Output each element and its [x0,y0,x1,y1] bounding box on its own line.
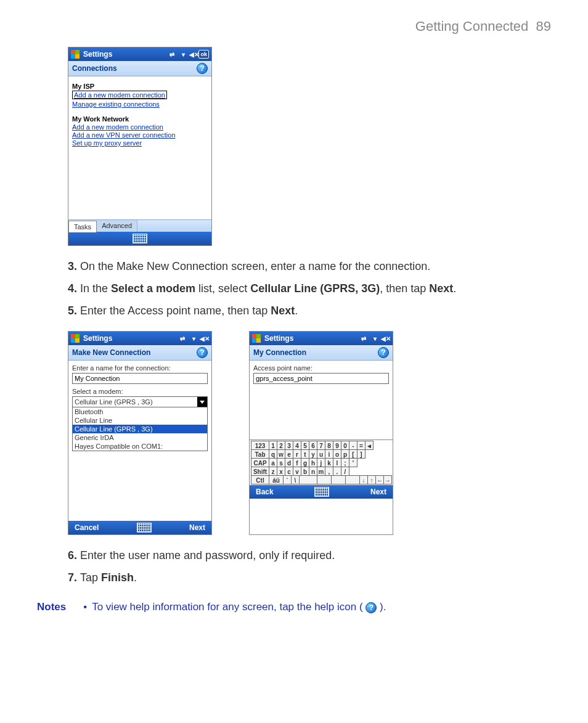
keyboard-key[interactable]: Ctl [251,475,269,484]
keyboard-key[interactable]: ` [283,475,292,484]
volume-icon[interactable]: ◀✕ [190,50,198,59]
tab-advanced[interactable]: Advanced [97,220,137,232]
keyboard-key[interactable]: k [325,458,333,467]
soft-keyboard[interactable]: 1231234567890-=◄Tabqwertyuiop[]CAPasdfgh… [250,439,393,485]
cancel-button[interactable]: Cancel [75,523,99,532]
signal-icon[interactable]: ▾ [179,50,187,59]
keyboard-key[interactable]: r [293,449,301,459]
keyboard-key[interactable]: - [349,441,357,450]
keyboard-key[interactable]: z [269,467,277,476]
keyboard-key[interactable]: s [277,458,285,467]
keyboard-key[interactable]: y [309,449,317,459]
keyboard-key[interactable]: o [333,449,341,459]
keyboard-key[interactable]: 1 [269,441,277,450]
connectivity-icon[interactable]: ⇄ [178,334,187,343]
keyboard-key[interactable]: 9 [333,441,341,450]
modem-option-selected[interactable]: Cellular Line (GPRS , 3G) [73,425,207,433]
keyboard-key[interactable]: Shift [251,467,269,476]
keyboard-key[interactable]: 123 [251,441,269,450]
keyboard-key[interactable]: 8 [325,441,333,450]
access-point-name-input[interactable] [253,373,389,384]
keyboard-key[interactable]: ] [357,449,365,459]
keyboard-key[interactable]: i [325,449,333,459]
keyboard-key[interactable]: p [341,449,349,459]
link-work-proxy[interactable]: Set up my proxy server [72,139,208,147]
sip-keyboard-icon[interactable] [314,487,329,497]
keyboard-key[interactable]: ← [375,475,384,484]
next-button[interactable]: Next [189,523,205,532]
volume-icon[interactable]: ◀✕ [200,334,209,343]
keyboard-key[interactable] [317,475,332,484]
keyboard-key[interactable]: e [285,449,293,459]
link-isp-manage[interactable]: Manage existing connections [72,100,208,108]
keyboard-key[interactable]: w [277,449,285,459]
keyboard-key[interactable]: ◄ [365,441,374,450]
keyboard-key[interactable]: q [269,449,277,459]
keyboard-key[interactable]: u [317,449,325,459]
keyboard-key[interactable]: 3 [285,441,293,450]
keyboard-key[interactable]: m [317,467,325,476]
ok-button[interactable]: ok [198,50,209,59]
keyboard-key[interactable]: 5 [301,441,309,450]
keyboard-key[interactable]: 7 [317,441,325,450]
help-icon[interactable]: ? [378,347,389,358]
keyboard-key[interactable]: g [301,458,309,467]
keyboard-key[interactable]: [ [349,449,357,459]
modem-combobox[interactable]: Cellular Line (GPRS , 3G) [72,396,208,407]
link-work-add-vpn[interactable]: Add a new VPN server connection [72,131,208,139]
link-work-add-modem[interactable]: Add a new modem connection [72,123,208,131]
connectivity-icon[interactable]: ⇄ [359,334,368,343]
keyboard-key[interactable]: → [383,475,392,484]
keyboard-key[interactable]: l [333,458,341,467]
keyboard-key[interactable]: CAP [251,458,269,467]
modem-option[interactable]: Generic IrDA [73,433,207,442]
keyboard-key[interactable]: c [285,467,293,476]
keyboard-key[interactable]: a [269,458,277,467]
sip-keyboard-icon[interactable] [133,234,147,243]
keyboard-key[interactable]: = [357,441,365,450]
modem-options-list[interactable]: Bluetooth Cellular Line Cellular Line (G… [72,407,208,451]
signal-icon[interactable]: ▾ [370,334,379,343]
keyboard-key[interactable]: v [293,467,301,476]
keyboard-key[interactable]: 4 [293,441,301,450]
keyboard-key[interactable]: 0 [341,441,349,450]
keyboard-key[interactable] [331,475,346,484]
keyboard-key[interactable]: ' [349,458,357,467]
help-icon[interactable]: ? [197,63,208,74]
connection-name-input[interactable] [72,373,208,384]
keyboard-key[interactable]: f [293,458,301,467]
tab-tasks[interactable]: Tasks [68,221,97,232]
chevron-down-icon[interactable] [197,397,207,407]
keyboard-key[interactable]: 6 [309,441,317,450]
volume-icon[interactable]: ◀✕ [382,334,390,343]
next-button[interactable]: Next [370,488,386,496]
keyboard-key[interactable]: 2 [277,441,285,450]
keyboard-key[interactable]: \ [291,475,300,484]
keyboard-key[interactable]: ; [341,458,349,467]
modem-option[interactable]: Hayes Compatible on COM1: [73,442,207,451]
keyboard-key[interactable]: áü [269,475,284,484]
keyboard-key[interactable]: x [277,467,285,476]
modem-option[interactable]: Bluetooth [73,407,207,416]
keyboard-key[interactable]: h [309,458,317,467]
keyboard-key[interactable]: t [301,449,309,459]
link-isp-add-modem[interactable]: Add a new modem connection [72,91,167,99]
keyboard-key[interactable]: , [325,467,333,476]
keyboard-key[interactable]: ↑ [367,475,376,484]
back-button[interactable]: Back [256,488,274,496]
keyboard-key[interactable] [299,475,317,484]
keyboard-key[interactable] [345,475,360,484]
keyboard-key[interactable]: j [317,458,325,467]
keyboard-key[interactable]: d [285,458,293,467]
keyboard-key[interactable]: b [301,467,309,476]
keyboard-key[interactable]: Tab [251,449,269,459]
keyboard-key[interactable]: / [341,467,349,476]
connectivity-icon[interactable]: ⇄ [168,50,176,59]
modem-option[interactable]: Cellular Line [73,416,207,425]
keyboard-key[interactable]: n [309,467,317,476]
help-icon[interactable]: ? [197,347,208,358]
signal-icon[interactable]: ▾ [189,334,198,343]
keyboard-key[interactable]: ↓ [359,475,368,484]
keyboard-key[interactable]: . [333,467,341,476]
sip-keyboard-icon[interactable] [137,523,152,533]
